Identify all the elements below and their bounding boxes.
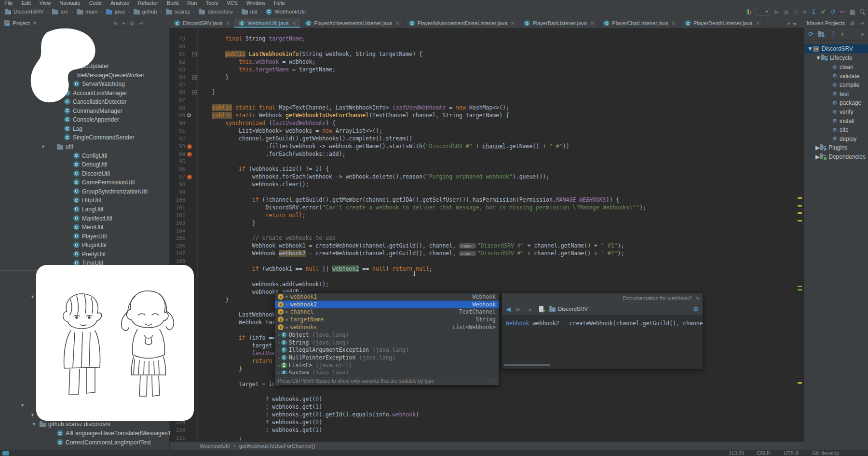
vcs-commit-icon[interactable]: ✔ [821, 8, 826, 15]
code-line-96[interactable]: 96 if (webhooks.size() != 2) { [170, 166, 804, 173]
maven-goal-verify[interactable]: ⚙verify [804, 108, 854, 116]
code-line-93[interactable]: 93 .filter(webhook -> webhook.getName().… [170, 143, 804, 151]
more-actions-icon[interactable]: » [861, 31, 864, 38]
maven-goal-deploy[interactable]: ⚙deploy [804, 135, 856, 143]
menu-item-run[interactable]: Run [183, 0, 201, 5]
menu-item-refactor[interactable]: Refactor [134, 0, 163, 5]
autocomplete-item-webhooks[interactable]: v●webhooksList<Webhook> [275, 323, 499, 331]
debug-icon[interactable]: ◉ [784, 8, 789, 15]
tab-playerbanlistener-java[interactable]: CPlayerBanListener.java✕ [519, 18, 599, 28]
code-line-104[interactable]: 104 [170, 227, 804, 235]
refresh-icon[interactable]: ⟳ [808, 30, 814, 38]
code-line-102[interactable]: 102 return null; [170, 212, 804, 220]
close-icon[interactable]: ✕ [292, 21, 296, 26]
editor-breadcrumb-item[interactable]: WebhookUtil [200, 443, 230, 449]
tab-playeradvancementdonelistener-java[interactable]: CPlayerAdvancementDoneListener.java✕ [405, 18, 520, 28]
autocomplete-item-list<e>[interactable]: ↖IList<E>(java.util) [275, 361, 499, 369]
code-line-127[interactable]: 127 : webhooks.get(1) [170, 403, 804, 411]
doc-popup-titlebar[interactable]: Documentation for webhook2 ✎ [502, 293, 703, 303]
close-icon[interactable]: ✕ [590, 21, 594, 26]
maven-goal-clean[interactable]: ⚙clean [804, 63, 854, 71]
download-sources-icon[interactable]: ⇩ [831, 30, 836, 38]
code-line-105[interactable]: 105 // create webhooks to use [170, 235, 804, 242]
gutter-warning-icon[interactable] [187, 144, 192, 149]
fold-icon[interactable]: − [192, 90, 197, 95]
status-item[interactable]: CRLF: [757, 450, 771, 456]
menu-item-build[interactable]: Build [163, 0, 183, 5]
status-item[interactable]: Git: develop [812, 450, 839, 456]
maven-group-plugins[interactable]: ▶Plugins [804, 143, 848, 152]
tab-list-controls[interactable]: ▾ ▪▸ [787, 18, 797, 28]
code-line-91[interactable]: 91 List<Webhook> webhooks = new ArrayLis… [170, 127, 804, 135]
autocomplete-item-webhook1[interactable]: v●webhook1Webhook [275, 293, 499, 301]
run-config-dropdown[interactable]: ▾ [756, 8, 770, 15]
breadcrumb-item-discordsrv[interactable]: DiscordSRV› [5, 9, 52, 14]
scrollbar-mark[interactable] [798, 289, 802, 290]
autocomplete-item-webhook2[interactable]: v●webhook2Webhook [275, 301, 499, 308]
tab-playerachievementslistener-java[interactable]: CPlayerAchievementsListener.java✕ [301, 18, 404, 28]
coverage-icon[interactable]: ◎ [793, 8, 799, 15]
back-icon[interactable]: ◀ [506, 305, 511, 313]
scrollbar-mark[interactable] [798, 197, 802, 199]
breadcrumb-item-webhookutil[interactable]: CWebhookUtil [266, 9, 306, 15]
maven-panel-header[interactable]: Maven Projects ⚙ ⊣ [807, 18, 864, 28]
vcs-history-icon[interactable]: ↺ [830, 8, 836, 15]
code-line-99[interactable]: 99 [170, 189, 804, 196]
code-line-101[interactable]: 101 DiscordSRV.error("Can't create a web… [170, 204, 804, 212]
expand-arrow-icon[interactable]: ▼ [32, 422, 36, 427]
scrollbar-mark[interactable] [798, 205, 802, 207]
close-icon[interactable]: ✕ [756, 21, 760, 26]
maven-goal-install[interactable]: ⚙install [804, 117, 854, 125]
code-line-111[interactable]: 111 webhooks.add(webhook1); [170, 281, 804, 289]
toolwindow-switcher-icon[interactable] [2, 451, 9, 456]
gear-icon[interactable]: ⚙ [850, 20, 855, 27]
autocomplete-item-string[interactable]: ↖CString(java.lang) [275, 339, 499, 346]
code-line-92[interactable]: 92 channel.getGuild().getWebhooks().comp… [170, 135, 804, 143]
maven-group-dependencies[interactable]: ▶Dependencies [804, 152, 866, 161]
code-line-109[interactable]: 109 if (webhook1 == null || webhook2 == … [170, 265, 804, 273]
code-line-85[interactable]: 85 [170, 81, 804, 89]
tab-discordsrv-java[interactable]: CDiscordSRV.java✕ [170, 18, 234, 28]
menu-item-tools[interactable]: Tools [201, 0, 222, 5]
vcs-rollback-icon[interactable]: ↩ [840, 8, 845, 15]
close-icon[interactable]: ✕ [672, 21, 676, 26]
hide-panel-icon[interactable]: ⊣ [859, 20, 864, 27]
breadcrumb-item-discordsrv[interactable]: discordsrv› [199, 9, 241, 14]
breadcrumb-item-main[interactable]: main› [77, 9, 106, 14]
code-line-106[interactable]: 106 Webhook webhook1 = createWebhook(cha… [170, 242, 804, 250]
menu-item-window[interactable]: Window [242, 0, 270, 5]
maven-goal-validate[interactable]: ⚙validate [804, 72, 859, 81]
tab-webhookutil-java[interactable]: CWebhookUtil.java✕ [234, 18, 301, 28]
code-line-100[interactable]: 100 if (!channel.getGuild().getMember(ch… [170, 196, 804, 204]
code-line-94[interactable]: 94 .forEach(webhooks::add); [170, 151, 804, 158]
code-line-79[interactable]: 79 final String targetName; [170, 35, 804, 43]
scrollbar-mark[interactable] [798, 220, 802, 221]
menu-item-analyze[interactable]: Analyze [106, 0, 134, 5]
locate-icon[interactable]: ⌖ [122, 20, 125, 27]
breadcrumb-item-github[interactable]: github› [134, 9, 166, 14]
changes-icon[interactable] [747, 9, 751, 14]
autocomplete-item-channel[interactable]: p●channelTextChannel [275, 308, 499, 316]
code-line-129[interactable]: 129 ? webhooks.get(0) [170, 419, 804, 427]
code-line-128[interactable]: 128 : webhooks.get(0).getId().equals(inf… [170, 411, 804, 419]
split-icon[interactable]: ▪▸ [793, 21, 797, 26]
fold-icon[interactable]: − [192, 52, 197, 56]
window-grid-icon[interactable]: ▦ [850, 8, 855, 15]
fold-icon[interactable]: − [192, 75, 197, 80]
scrollbar-mark[interactable] [798, 286, 802, 287]
gear-icon[interactable]: ⚙ [693, 305, 699, 313]
tab-playerchatlistener-java[interactable]: CPlayerChatListener.java✕ [599, 18, 680, 28]
autocomplete-item-nullpointerexception[interactable]: ↖CNullPointerException(java.lang) [275, 354, 499, 361]
breadcrumb-item-src[interactable]: src› [52, 9, 77, 14]
close-icon[interactable]: ✕ [226, 21, 230, 26]
gear-icon[interactable]: ⚙ [130, 20, 135, 27]
menu-item-file[interactable]: File [0, 0, 17, 5]
run-icon[interactable]: ▶ [774, 8, 779, 15]
autocomplete-item-targetname[interactable]: p●targetNameString [275, 316, 499, 323]
code-line-108[interactable]: 108 [170, 258, 804, 265]
breadcrumb-item-scarsz[interactable]: scarsz› [166, 9, 199, 14]
status-item[interactable]: UTF-8: [784, 450, 800, 456]
breadcrumb-item-java[interactable]: java› [106, 9, 134, 14]
maven-goal-site[interactable]: ⚙site [804, 125, 849, 134]
tab-dropdown-icon[interactable]: ▾ [787, 21, 790, 26]
